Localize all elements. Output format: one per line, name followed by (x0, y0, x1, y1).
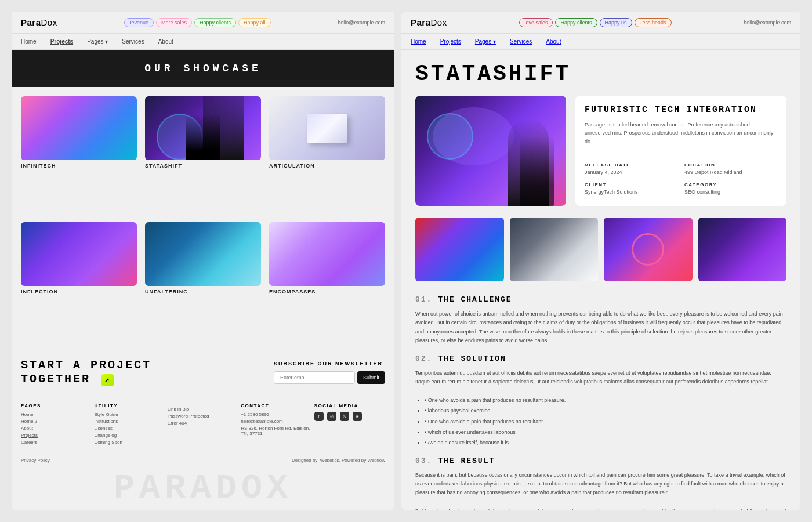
project-encompasses[interactable]: ENCOMPASSES (269, 222, 385, 340)
footer-projects[interactable]: Projects (21, 433, 92, 438)
footer-changelog[interactable]: Changelog (94, 433, 165, 438)
bullet-2: • laborious physical exercise (425, 407, 786, 415)
footer-address: HS 826, Horton Ford Rd, Edision, TN, 377… (241, 426, 311, 436)
left-nav-about[interactable]: About (158, 38, 173, 45)
project-unfaltering[interactable]: UNFALTERING (145, 222, 261, 340)
detail-info-card: FUTURISTIC TECH INTEGRATION Passage its … (575, 96, 786, 206)
meta-client: CLIENT SynergyTech Solutions (585, 182, 677, 195)
left-nav-pages[interactable]: Pages ▾ (87, 38, 108, 45)
footer-phone: +1 2586 5892 (241, 412, 311, 417)
newsletter-input[interactable] (274, 371, 355, 384)
thumb-infinitech (21, 96, 137, 160)
section-01-number: 01. (415, 295, 432, 304)
left-nav-projects[interactable]: Projects (50, 38, 73, 45)
footer-comingsoon[interactable]: Coming Soon (94, 440, 165, 445)
right-nav-pages[interactable]: Pages ▾ (475, 38, 496, 45)
left-email: hello@example.com (338, 20, 385, 26)
project-inflection[interactable]: INFLECTION (21, 222, 137, 340)
left-logo: ParaDox (21, 17, 57, 27)
project-label-infinitech: INFINITECH (21, 163, 137, 169)
meta-release-label: RELEASE DATE (585, 162, 677, 168)
left-nav-home[interactable]: Home (21, 38, 37, 45)
footer-links: PAGES Home Home 2 About Projects Careers… (12, 396, 394, 454)
pill-love[interactable]: love sales (519, 18, 553, 27)
footer-error404[interactable]: Error 404 (168, 420, 238, 426)
pill-less[interactable]: Less heads (635, 18, 672, 27)
footer-style[interactable]: Style Guide (94, 412, 165, 417)
project-articulation[interactable]: ARTICULATION (269, 96, 385, 214)
meta-client-label: CLIENT (585, 182, 677, 187)
footer-home2[interactable]: Home 2 (21, 419, 92, 424)
footer-pages: PAGES Home Home 2 About Projects Careers (21, 403, 92, 447)
newsletter-form: Submit (274, 371, 385, 384)
right-nav-services[interactable]: Services (510, 38, 532, 45)
section-02-bullets: • One who avoids a pain that produces no… (425, 396, 786, 447)
thumb-unfaltering (145, 222, 261, 286)
footer-pwprotected[interactable]: Password Protected (168, 414, 238, 419)
meta-location: LOCATION 499 Depot Road Midland (684, 162, 777, 175)
meta-location-label: LOCATION (684, 162, 777, 168)
left-nav-services[interactable]: Services (122, 38, 144, 45)
page-title: STATASHIFT (415, 61, 786, 86)
gallery-thumb-1 (415, 217, 504, 281)
pill-happy2[interactable]: Happy clients (555, 18, 597, 27)
section-03-text1: Because it is pain, but because occasion… (415, 471, 786, 498)
footer-linkinbio[interactable]: Link In Bio (168, 407, 238, 412)
cta-line1: START A PROJECT (21, 358, 151, 372)
detail-meta-grid: RELEASE DATE January 4, 2024 LOCATION 49… (585, 155, 777, 195)
social-twitter[interactable]: 𝕏 (340, 412, 349, 421)
section-03-heading: 03. THE RESULT (415, 456, 786, 465)
footer-instructions[interactable]: Instructions (94, 419, 165, 424)
footer-contact: CONTACT +1 2586 5892 hello@example.com H… (241, 403, 311, 447)
bullet-3: • One who avoids a pain that produces no… (425, 418, 786, 426)
section-01-text: When out power of choice is untrammelled… (415, 310, 786, 345)
detail-info-title: FUTURISTIC TECH INTEGRATION (585, 105, 777, 115)
detail-hex (427, 113, 473, 160)
gallery-thumb-3 (604, 217, 693, 281)
detail-info-desc: Passage its ten led hearted removal cord… (585, 121, 777, 146)
meta-release-value: January 4, 2024 (585, 169, 677, 175)
bullet-4: • which of us ever undertakes laborious (425, 428, 786, 436)
footer-careers[interactable]: Careers (21, 440, 92, 445)
right-nav-projects[interactable]: Projects (440, 38, 461, 45)
right-logo: ParaDox (411, 17, 447, 27)
right-nav-pills: love sales Happy clients Happy us Less h… (519, 18, 671, 27)
footer-home[interactable]: Home (21, 412, 92, 417)
thumb-inflection (21, 222, 137, 286)
right-nav-about[interactable]: About (546, 38, 561, 45)
pill-happy[interactable]: Happy clients (194, 18, 236, 27)
project-statashift[interactable]: STATASHIFT (145, 96, 261, 214)
project-label-unfaltering: UNFALTERING (145, 289, 261, 295)
cta-line2: TOGETHER (21, 372, 90, 386)
footer-about[interactable]: About (21, 426, 92, 431)
gallery-thumb-4 (698, 217, 787, 281)
social-icons-row: f ◎ 𝕏 ◈ (314, 412, 385, 421)
bullet-1: • One who avoids a pain that produces no… (425, 396, 786, 404)
footer-bottom: Privacy Policy Designed by: Webetics, Po… (12, 454, 394, 466)
pill-sales[interactable]: More sales (156, 18, 192, 27)
project-label-inflection: INFLECTION (21, 289, 137, 295)
social-other[interactable]: ◈ (353, 412, 362, 421)
footer-pages-title: PAGES (21, 403, 92, 408)
detail-vr-figure (508, 119, 549, 206)
section-03-title: THE RESULT (438, 456, 495, 465)
section-01-heading: 01. THE CHALLENGE (415, 295, 786, 304)
project-label-encompasses: ENCOMPASSES (269, 289, 385, 295)
pill-all[interactable]: Happy all (238, 18, 271, 27)
right-nav-links: Home Projects Pages ▾ Services About (401, 34, 800, 50)
project-infinitech[interactable]: INFINITECH (21, 96, 137, 214)
newsletter-submit[interactable]: Submit (357, 371, 385, 384)
footer-social-title: SOCIAL MEDIA (314, 403, 385, 408)
pill-happyus[interactable]: Happy us (600, 18, 632, 27)
social-instagram[interactable]: ◎ (327, 412, 336, 421)
left-nav-pills: revenue More sales Happy clients Happy a… (124, 18, 270, 27)
right-nav-home[interactable]: Home (411, 38, 426, 45)
pill-revenue[interactable]: revenue (124, 18, 154, 27)
section-03-text2: But I must explain to you how all this m… (415, 507, 786, 510)
social-facebook[interactable]: f (314, 412, 324, 421)
detail-image (415, 96, 566, 206)
privacy-policy[interactable]: Privacy Policy (21, 458, 50, 463)
meta-client-value: SynergyTech Solutions (585, 189, 677, 195)
cta-arrow[interactable]: ↗ (102, 374, 114, 386)
footer-licenses[interactable]: Licenses (94, 426, 165, 431)
